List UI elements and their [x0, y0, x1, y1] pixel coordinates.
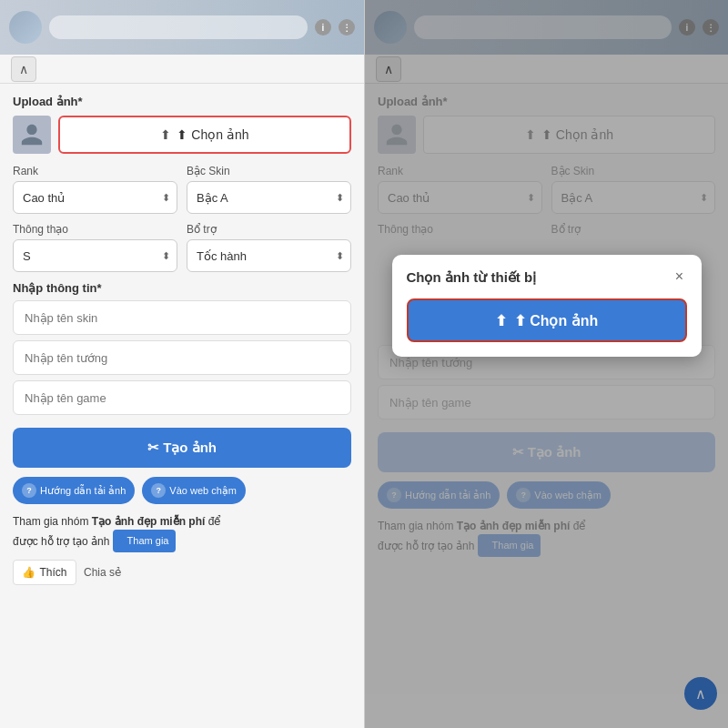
modal-title: Chọn ảnh từ thiết bị: [407, 269, 687, 286]
modal-overlay: Chọn ảnh từ thiết bị × ⬆ ⬆ Chọn ảnh: [365, 0, 728, 728]
choose-img-btn-left[interactable]: ⬆ ⬆ Chọn ảnh: [58, 116, 351, 154]
bottom-links-left: ? Hướng dẫn tải ảnh ? Vào web chậm: [13, 477, 351, 504]
fb-join-btn-left[interactable]: f Tham gia: [113, 530, 177, 552]
collapse-btn-left[interactable]: ∧: [11, 56, 36, 82]
thong-thao-label-left: Thông thạo: [13, 223, 177, 236]
rank-select-left[interactable]: Cao thủ: [13, 181, 177, 214]
vao-web-text-left: Vào web chậm: [169, 485, 237, 497]
skin-select-wrapper-left: Bậc A ⬍: [187, 181, 351, 214]
upload-row-left: ⬆ ⬆ Chọn ảnh: [13, 116, 351, 154]
nhap-tt-label-left: Nhập thông tin*: [13, 281, 351, 295]
skin-name-input-left[interactable]: [13, 300, 351, 335]
bottom-text-2-left: Tạo ảnh đẹp miễn phí: [92, 515, 206, 528]
rank-label-left: Rank: [13, 165, 177, 177]
modal-upload-icon: ⬆: [495, 312, 507, 329]
vao-web-btn-left[interactable]: ? Vào web chậm: [142, 477, 246, 504]
bo-tro-select-left[interactable]: Tốc hành: [187, 239, 351, 272]
browser-avatar-left: [9, 11, 42, 44]
skin-group-left: Bậc Skin Bậc A ⬍: [187, 165, 351, 214]
bottom-text-1-left: Tham gia nhóm: [13, 515, 92, 528]
info-circle-1-left: ?: [22, 483, 36, 498]
form-content-left: Upload ảnh* ⬆ ⬆ Chọn ảnh Rank Cao thủ ⬍: [0, 84, 364, 728]
person-icon-left: [19, 122, 45, 147]
thumb-icon-left: 👍: [22, 566, 35, 579]
create-btn-left[interactable]: ✂ Tạo ảnh: [13, 428, 351, 468]
upload-icon-left: ⬆: [160, 127, 171, 142]
like-btn-left[interactable]: 👍 Thích: [13, 560, 76, 585]
create-btn-text-left: ✂ Tạo ảnh: [147, 440, 217, 456]
like-text-left: Thích: [39, 566, 66, 579]
huong-dan-btn-left[interactable]: ? Hướng dẫn tải ảnh: [13, 477, 135, 504]
collapse-bar-left: ∧: [0, 55, 364, 84]
left-panel: i ⋮ ∧ Upload ảnh* ⬆ ⬆ Chọn ảnh Rank: [0, 0, 364, 728]
bo-tro-select-wrapper-left: Tốc hành ⬍: [187, 239, 351, 272]
like-row-left: 👍 Thích Chia sẻ: [13, 560, 351, 585]
thong-thao-bo-tro-row-left: Thông thạo S ⬍ Bổ trợ Tốc hành ⬍: [13, 223, 351, 272]
tuong-name-input-left[interactable]: [13, 340, 351, 375]
modal-choose-btn[interactable]: ⬆ ⬆ Chọn ảnh: [407, 298, 687, 342]
more-icon-left: ⋮: [339, 19, 355, 35]
thong-thao-select-wrapper-left: S ⬍: [13, 239, 177, 272]
modal-close-btn[interactable]: ×: [669, 266, 691, 288]
thong-thao-select-left[interactable]: S: [13, 239, 177, 272]
browser-url-bar-left: [49, 15, 308, 39]
share-text-left: Chia sẻ: [84, 566, 121, 579]
fb-join-text-left: Tham gia: [127, 533, 169, 549]
bottom-text-3-left: để: [205, 515, 220, 528]
thong-thao-group-left: Thông thạo S ⬍: [13, 223, 177, 272]
skin-label-left: Bậc Skin: [187, 165, 351, 177]
browser-bar-left: i ⋮: [0, 0, 364, 55]
choose-btn-text-left: ⬆ Chọn ảnh: [177, 127, 248, 142]
game-name-input-left[interactable]: [13, 380, 351, 415]
upload-label-left: Upload ảnh*: [13, 95, 351, 108]
rank-group-left: Rank Cao thủ ⬍: [13, 165, 177, 214]
modal-box: Chọn ảnh từ thiết bị × ⬆ ⬆ Chọn ảnh: [392, 255, 702, 357]
skin-select-left[interactable]: Bậc A: [187, 181, 351, 214]
bottom-text-4-left: được hỗ trợ tạo ảnh: [13, 535, 109, 548]
info-circle-2-left: ?: [151, 483, 166, 498]
rank-select-wrapper-left: Cao thủ ⬍: [13, 181, 177, 214]
info-icon-left: i: [315, 19, 331, 35]
fb-icon-left: f: [120, 531, 124, 551]
bo-tro-label-left: Bổ trợ: [187, 223, 351, 236]
rank-skin-row-left: Rank Cao thủ ⬍ Bậc Skin Bậc A ⬍: [13, 165, 351, 214]
bo-tro-group-left: Bổ trợ Tốc hành ⬍: [187, 223, 351, 272]
bottom-text-left: Tham gia nhóm Tạo ảnh đẹp miễn phí để đư…: [13, 513, 351, 552]
modal-choose-text: ⬆ Chọn ảnh: [514, 312, 599, 329]
huong-dan-text-left: Hướng dẫn tải ảnh: [40, 485, 126, 497]
right-panel: i ⋮ ∧ Upload ảnh* ⬆ ⬆ Chọn ảnh Rank: [364, 0, 728, 728]
avatar-placeholder-left: [13, 116, 51, 154]
